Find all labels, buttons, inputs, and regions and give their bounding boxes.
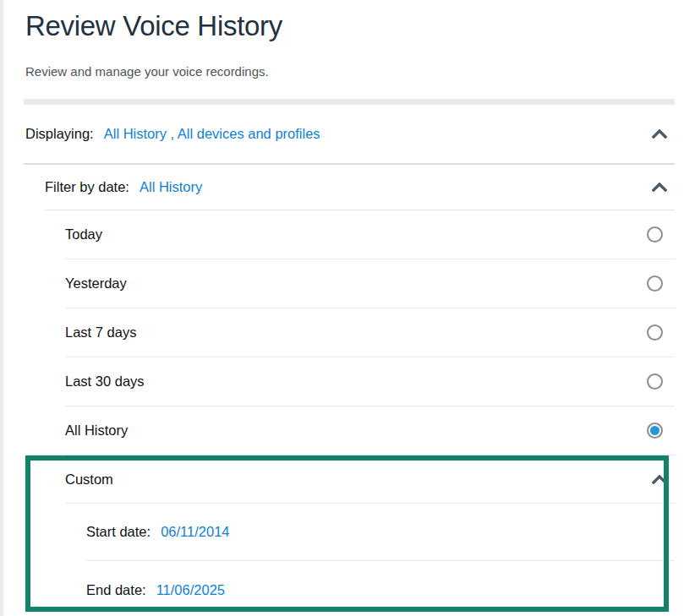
page-subtitle: Review and manage your voice recordings. [25, 64, 675, 79]
option-yesterday[interactable]: Yesterday [65, 259, 675, 308]
end-date-value[interactable]: 11/06/2025 [156, 582, 225, 598]
end-date-row: End date: 11/06/2025 [86, 561, 675, 616]
radio-button-icon[interactable] [647, 422, 663, 439]
date-filter-options: Today Yesterday Last 7 days Last 30 days [65, 210, 675, 616]
option-label: Today [65, 226, 102, 243]
chevron-up-icon [652, 183, 667, 192]
option-label: Yesterday [65, 275, 127, 292]
radio-button-icon[interactable] [647, 324, 663, 341]
chevron-up-icon [652, 475, 667, 484]
option-last-7-days[interactable]: Last 7 days [65, 308, 675, 357]
start-date-row: Start date: 06/11/2014 [86, 504, 675, 561]
option-label: Last 30 days [65, 373, 145, 390]
radio-button-icon[interactable] [647, 275, 663, 292]
custom-date-range-fields: Start date: 06/11/2014 End date: 11/06/2… [86, 504, 675, 616]
filter-by-date-header[interactable]: Filter by date: All History [45, 165, 675, 210]
start-date-value[interactable]: 06/11/2014 [161, 524, 229, 540]
start-date-label: Start date: [86, 524, 150, 540]
displaying-value-link[interactable]: All History , All devices and profiles [104, 126, 320, 142]
filter-by-date-value-link[interactable]: All History [140, 179, 202, 195]
displaying-label: Displaying: [25, 126, 94, 142]
custom-date-range-header[interactable]: Custom [65, 455, 675, 504]
header-divider [24, 99, 675, 105]
filter-by-date-label: Filter by date: [45, 179, 129, 195]
displaying-collapse-button[interactable] [650, 128, 669, 140]
filter-collapse-button[interactable] [650, 181, 669, 194]
radio-button-icon[interactable] [647, 226, 663, 243]
displaying-header[interactable]: Displaying: All History , All devices an… [25, 105, 675, 163]
radio-button-icon[interactable] [647, 373, 663, 390]
voice-history-panel: Review Voice History Review and manage y… [25, 0, 675, 616]
end-date-label: End date: [86, 582, 146, 598]
page-edge-strip [0, 0, 3, 616]
filter-by-date-section: Filter by date: All History Today Yester… [45, 165, 675, 616]
option-label: All History [65, 422, 128, 439]
option-all-history[interactable]: All History [65, 406, 675, 455]
page-title: Review Voice History [25, 10, 675, 42]
option-label: Last 7 days [65, 324, 136, 341]
chevron-up-icon [652, 129, 667, 139]
option-last-30-days[interactable]: Last 30 days [65, 357, 675, 406]
option-today[interactable]: Today [65, 210, 675, 259]
custom-collapse-button[interactable] [650, 473, 669, 486]
custom-label: Custom [65, 472, 113, 488]
